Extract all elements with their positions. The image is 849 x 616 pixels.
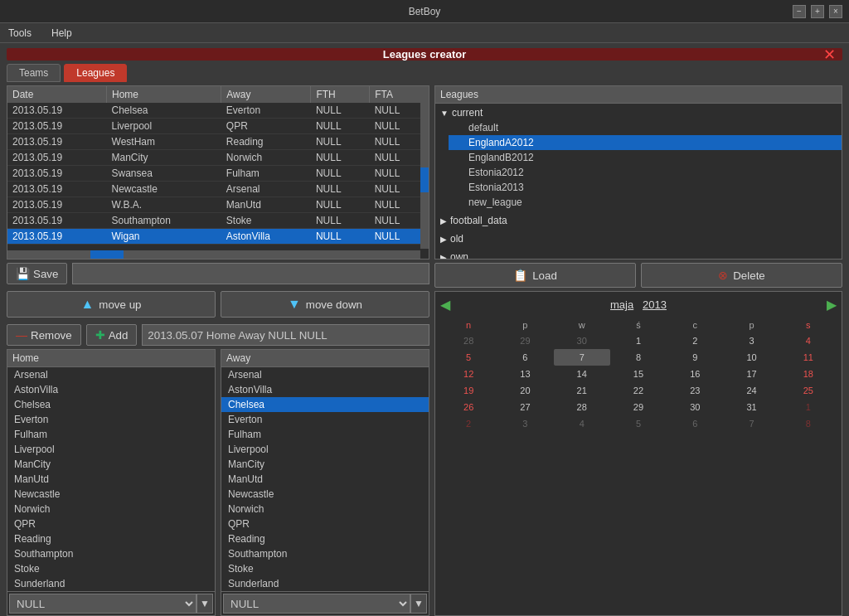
close-icon[interactable]: ✕ <box>823 46 836 64</box>
cal-day[interactable]: 16 <box>667 366 723 382</box>
home-list-item[interactable]: Everton <box>7 412 215 427</box>
away-list-item[interactable]: Arsenal <box>221 367 429 382</box>
cal-day[interactable]: 30 <box>554 332 610 349</box>
cal-day[interactable]: 1 <box>610 332 667 349</box>
tree-leaf[interactable]: new_league <box>449 195 842 210</box>
away-list-item[interactable]: Norwich <box>221 502 429 517</box>
move-down-button[interactable]: ▼ move down <box>221 291 429 318</box>
table-row[interactable]: 2013.05.19W.B.A.ManUtdNULLNULL <box>7 197 429 213</box>
cal-day[interactable]: 6 <box>667 415 723 432</box>
cal-day[interactable]: 19 <box>440 382 497 399</box>
home-list-item[interactable]: Chelsea <box>7 397 215 412</box>
tree-leaf[interactable]: EnglandA2012 <box>449 135 842 150</box>
home-list-item[interactable]: Norwich <box>7 502 215 517</box>
table-row[interactable]: 2013.05.19LiverpoolQPRNULLNULL <box>7 119 429 134</box>
tree-node-label[interactable]: ▼current <box>435 105 842 120</box>
cal-day[interactable]: 2 <box>440 415 497 432</box>
tree-node-label[interactable]: ▶football_data <box>435 213 842 228</box>
cal-day[interactable]: 17 <box>723 366 779 382</box>
away-list-item[interactable]: Everton <box>221 412 429 427</box>
cal-day[interactable]: 14 <box>554 366 610 382</box>
match-input[interactable] <box>142 324 429 346</box>
away-list-item[interactable]: AstonVilla <box>221 382 429 397</box>
cal-day[interactable]: 8 <box>780 415 837 432</box>
table-row[interactable]: 2013.05.19NewcastleArsenalNULLNULL <box>7 182 429 197</box>
away-dropdown[interactable]: NULL <box>223 594 410 614</box>
menu-help[interactable]: Help <box>48 26 75 41</box>
home-list-item[interactable]: ManUtd <box>7 472 215 487</box>
cal-day[interactable]: 26 <box>440 399 497 415</box>
cal-day[interactable]: 1 <box>780 399 837 415</box>
away-list-item[interactable]: Southampton <box>221 546 429 561</box>
cal-day[interactable]: 4 <box>780 332 837 349</box>
away-dropdown-arrow[interactable]: ▼ <box>410 594 427 614</box>
tree-leaf[interactable]: Estonia2013 <box>449 180 842 195</box>
away-list-item[interactable]: Sunderland <box>221 576 429 591</box>
cal-day[interactable]: 7 <box>554 349 610 366</box>
away-list-item[interactable]: Chelsea <box>221 397 429 412</box>
away-list-item[interactable]: QPR <box>221 517 429 531</box>
cal-day[interactable]: 18 <box>780 366 837 382</box>
tree-node-label[interactable]: ▶own <box>435 250 842 259</box>
cal-day[interactable]: 4 <box>554 415 610 432</box>
cal-day[interactable]: 3 <box>723 332 779 349</box>
home-list-item[interactable]: QPR <box>7 517 215 531</box>
cal-day[interactable]: 13 <box>497 366 553 382</box>
home-list-item[interactable]: Newcastle <box>7 487 215 502</box>
minimize-button[interactable]: − <box>793 5 806 18</box>
cal-day[interactable]: 31 <box>723 399 779 415</box>
cal-day[interactable]: 5 <box>440 349 497 366</box>
home-list-scroll[interactable]: ArsenalAstonVillaChelseaEvertonFulhamLiv… <box>7 367 215 591</box>
cal-day[interactable]: 28 <box>440 332 497 349</box>
table-row[interactable]: 2013.05.19WiganAstonVillaNULLNULL <box>7 229 429 245</box>
cal-day[interactable]: 9 <box>667 349 723 366</box>
home-dropdown-arrow[interactable]: ▼ <box>196 594 213 614</box>
cal-day[interactable]: 29 <box>610 399 667 415</box>
away-list-item[interactable]: Stoke <box>221 561 429 576</box>
cal-day[interactable]: 27 <box>497 399 553 415</box>
away-list-item[interactable]: Liverpool <box>221 442 429 457</box>
cal-day[interactable]: 12 <box>440 366 497 382</box>
cal-day[interactable]: 8 <box>610 349 667 366</box>
move-up-button[interactable]: ▲ move up <box>7 291 216 318</box>
table-row[interactable]: 2013.05.19SwanseaFulhamNULLNULL <box>7 166 429 182</box>
close-button[interactable]: × <box>829 5 842 18</box>
leagues-tree-container[interactable]: Leagues ▼currentdefaultEnglandA2012Engla… <box>434 85 842 259</box>
away-list-scroll[interactable]: ArsenalAstonVillaChelseaEvertonFulhamLiv… <box>221 367 429 591</box>
home-list-item[interactable]: Arsenal <box>7 367 215 382</box>
cal-day[interactable]: 28 <box>554 399 610 415</box>
cal-day[interactable]: 22 <box>610 382 667 399</box>
home-list-item[interactable]: Sunderland <box>7 576 215 591</box>
home-list-item[interactable]: Stoke <box>7 561 215 576</box>
delete-button[interactable]: ⊗ Delete <box>641 263 842 288</box>
cal-day[interactable]: 6 <box>497 349 553 366</box>
tree-leaf[interactable]: EnglandB2012 <box>449 150 842 165</box>
home-dropdown[interactable]: NULL <box>9 594 196 614</box>
table-row[interactable]: 2013.05.19ManCityNorwichNULLNULL <box>7 150 429 166</box>
table-hscroll[interactable] <box>7 250 420 259</box>
cal-day[interactable]: 15 <box>610 366 667 382</box>
cal-day[interactable]: 21 <box>554 382 610 399</box>
cal-day[interactable]: 2 <box>667 332 723 349</box>
cal-day[interactable]: 20 <box>497 382 553 399</box>
table-row[interactable]: 2013.05.19SouthamptonStokeNULLNULL <box>7 213 429 229</box>
tree-leaf[interactable]: Estonia2012 <box>449 165 842 180</box>
cal-next-button[interactable]: ▶ <box>827 297 837 313</box>
home-list-item[interactable]: AstonVilla <box>7 382 215 397</box>
add-button[interactable]: ✚ Add <box>86 324 138 346</box>
tab-leagues[interactable]: Leagues <box>64 64 127 82</box>
home-list-item[interactable]: Liverpool <box>7 442 215 457</box>
tree-node-label[interactable]: ▶old <box>435 231 842 246</box>
tree-leaf[interactable]: default <box>449 120 842 135</box>
away-list-item[interactable]: Reading <box>221 531 429 546</box>
away-list-item[interactable]: ManUtd <box>221 472 429 487</box>
table-vscroll[interactable] <box>420 86 429 249</box>
cal-day[interactable]: 5 <box>610 415 667 432</box>
cal-day[interactable]: 24 <box>723 382 779 399</box>
home-list-item[interactable]: ManCity <box>7 457 215 472</box>
table-scroll[interactable]: Date Home Away FTH FTA 2013.05.19Chelsea… <box>7 86 429 259</box>
cal-day[interactable]: 30 <box>667 399 723 415</box>
cal-day[interactable]: 23 <box>667 382 723 399</box>
cal-day[interactable]: 10 <box>723 349 779 366</box>
away-list-item[interactable]: Fulham <box>221 427 429 442</box>
